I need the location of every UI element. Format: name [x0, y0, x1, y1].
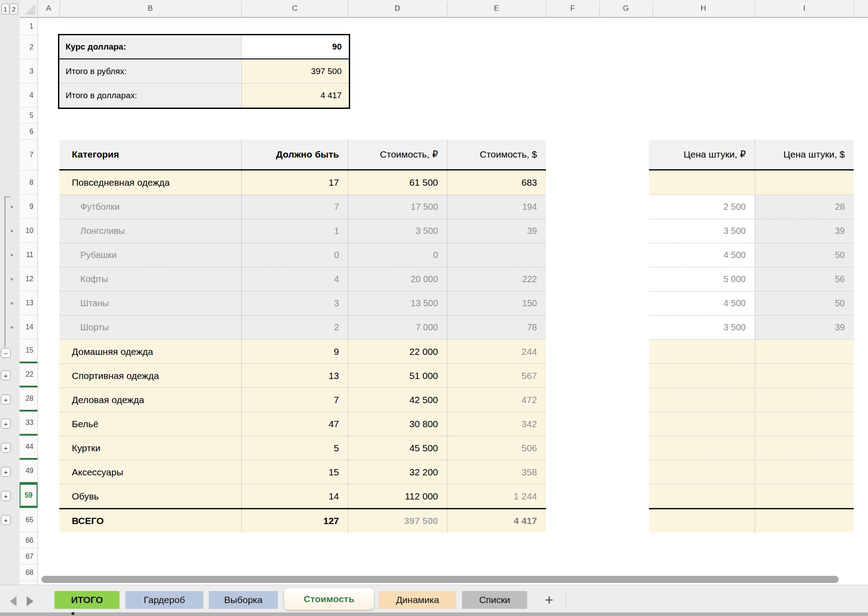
header-usd-cell[interactable]: Стоимость, $ — [447, 140, 546, 169]
usd-cell[interactable]: 194 — [447, 195, 546, 219]
column-boundary[interactable] — [599, 2, 600, 17]
column-letter-f[interactable]: F — [570, 0, 575, 17]
price-usd-cell[interactable] — [755, 460, 854, 484]
sheet-tab-itogo[interactable]: ИТОГО — [54, 591, 120, 609]
sheet-tab-vyborka[interactable]: Выборка — [209, 591, 278, 609]
column-letter-h[interactable]: H — [701, 0, 706, 17]
price-usd-cell[interactable] — [755, 388, 854, 412]
column-boundary[interactable] — [755, 2, 755, 17]
summary-value-cell[interactable]: 397 500 — [241, 59, 349, 83]
price-usd-cell[interactable] — [755, 436, 854, 460]
qty-cell[interactable]: 5 — [241, 436, 348, 460]
header-rub-cell[interactable]: Стоимость, ₽ — [348, 140, 447, 169]
summary-label-cell[interactable]: Итого в долларах: — [59, 83, 241, 108]
rub-cell[interactable]: 42 500 — [348, 388, 447, 412]
usd-cell[interactable]: 342 — [447, 412, 546, 436]
price-rub-cell[interactable] — [649, 412, 755, 436]
usd-cell[interactable]: 150 — [447, 291, 546, 315]
qty-cell[interactable]: 3 — [241, 291, 348, 315]
price-rub-cell[interactable]: 4 500 — [649, 243, 755, 267]
qty-cell[interactable]: 13 — [241, 364, 348, 387]
price-rub-cell[interactable]: 2 500 — [649, 195, 755, 219]
column-boundary[interactable] — [546, 2, 546, 17]
row-number-7[interactable]: 7 — [20, 140, 37, 171]
rub-cell[interactable]: 32 200 — [348, 460, 447, 484]
price-rub-cell[interactable] — [649, 509, 755, 533]
usd-cell[interactable]: 1 244 — [447, 484, 546, 508]
row-number-68[interactable]: 68 — [20, 565, 37, 581]
expand-group-button[interactable]: + — [1, 491, 11, 501]
category-name-cell[interactable]: Штаны — [59, 291, 241, 315]
outline-level-2-button[interactable]: 2 — [10, 4, 18, 14]
row-number-15[interactable]: 15 — [20, 339, 37, 363]
price-usd-cell[interactable]: 50 — [755, 243, 854, 267]
row-number-8[interactable]: 8 — [20, 171, 37, 195]
price-rub-cell[interactable]: 3 500 — [649, 316, 755, 339]
column-letter-d[interactable]: D — [395, 0, 400, 17]
rub-cell[interactable]: 61 500 — [348, 171, 447, 195]
total-usd-cell[interactable]: 4 417 — [447, 509, 546, 533]
outline-level-1-button[interactable]: 1 — [1, 4, 9, 14]
column-boundary[interactable] — [854, 2, 854, 17]
price-rub-cell[interactable] — [649, 388, 755, 412]
column-letter-g[interactable]: G — [623, 0, 628, 17]
rub-cell[interactable]: 0 — [348, 243, 447, 267]
rub-cell[interactable]: 45 500 — [348, 436, 447, 460]
row-number-13[interactable]: 13 — [20, 291, 37, 315]
header-category-cell[interactable]: Категория — [59, 140, 241, 169]
category-name-cell[interactable]: Лонгсливы — [59, 219, 241, 243]
usd-cell[interactable]: 567 — [447, 364, 546, 387]
price-rub-cell[interactable]: 5 000 — [649, 267, 755, 291]
usd-cell[interactable]: 358 — [447, 460, 546, 484]
price-rub-cell[interactable]: 3 500 — [649, 219, 755, 243]
usd-cell[interactable]: 222 — [447, 267, 546, 291]
price-usd-cell[interactable] — [755, 364, 854, 387]
rub-cell[interactable]: 7 000 — [348, 316, 447, 339]
column-boundary[interactable] — [348, 2, 348, 17]
column-letter-a[interactable]: A — [46, 0, 51, 17]
category-name-cell[interactable]: Аксессуары — [59, 460, 241, 484]
row-number-14[interactable]: 14 — [20, 315, 37, 339]
price-usd-cell[interactable]: 56 — [755, 267, 854, 291]
expand-group-button[interactable]: + — [1, 395, 11, 404]
usd-cell[interactable]: 472 — [447, 388, 546, 412]
rub-cell[interactable]: 112 000 — [348, 484, 447, 508]
total-label-cell[interactable]: ВСЕГО — [59, 509, 241, 533]
total-qty-cell[interactable]: 127 — [241, 509, 348, 533]
price-usd-cell[interactable] — [755, 340, 854, 363]
summary-label-cell[interactable]: Итого в рублях: — [59, 59, 241, 83]
expand-group-button[interactable]: + — [1, 443, 11, 453]
expand-group-button[interactable]: + — [1, 419, 11, 429]
qty-cell[interactable]: 15 — [241, 460, 348, 484]
price-usd-cell[interactable]: 50 — [755, 291, 854, 315]
expand-group-button[interactable]: + — [1, 370, 11, 380]
collapse-group-button[interactable]: − — [1, 348, 11, 358]
usd-cell[interactable]: 78 — [447, 316, 546, 339]
usd-cell[interactable]: 683 — [447, 171, 546, 195]
sheet-tab-stoimost-active[interactable]: Стоимость — [284, 588, 374, 610]
row-number-2[interactable]: 2 — [20, 35, 37, 59]
price-usd-cell[interactable] — [755, 412, 854, 436]
row-number-44[interactable]: 44 — [20, 436, 37, 460]
row-number-4[interactable]: 4 — [20, 83, 37, 108]
tab-scroll-left-icon[interactable] — [10, 596, 17, 606]
sheet-tab-spiski[interactable]: Списки — [462, 591, 527, 609]
row-number-1[interactable]: 1 — [20, 18, 37, 35]
category-name-cell[interactable]: Кофты — [59, 267, 241, 291]
sheet-tab-dinamika[interactable]: Динамика — [379, 591, 456, 609]
rub-cell[interactable]: 20 000 — [348, 267, 447, 291]
usd-cell[interactable]: 39 — [447, 219, 546, 243]
category-name-cell[interactable]: Спортивная одежда — [59, 364, 241, 387]
row-number-5[interactable]: 5 — [20, 108, 37, 124]
usd-cell[interactable]: 244 — [447, 340, 546, 363]
row-number-9[interactable]: 9 — [20, 195, 37, 219]
usd-cell[interactable] — [447, 243, 546, 267]
category-name-cell[interactable]: Шорты — [59, 316, 241, 339]
price-rub-cell[interactable]: 4 500 — [649, 291, 755, 315]
price-usd-cell[interactable]: 28 — [755, 195, 854, 219]
qty-cell[interactable]: 7 — [241, 195, 348, 219]
category-name-cell[interactable]: Домашняя одежда — [59, 340, 241, 363]
rub-cell[interactable]: 17 500 — [348, 195, 447, 219]
qty-cell[interactable]: 14 — [241, 484, 348, 508]
total-rub-cell[interactable]: 397 500 — [348, 509, 447, 533]
